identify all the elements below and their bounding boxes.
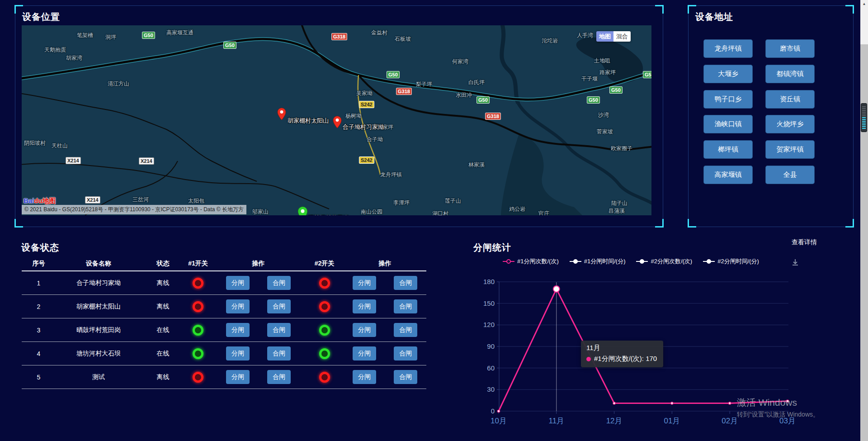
map-type-map-button[interactable]: 地图 xyxy=(596,31,613,42)
road-badge: X214 xyxy=(66,157,81,164)
addr-button-5[interactable]: 鸭子口乡 xyxy=(703,90,753,109)
open-switch1-button[interactable]: 分闸 xyxy=(226,323,250,337)
svg-text:150: 150 xyxy=(483,299,495,307)
close-switch2-button[interactable]: 合闸 xyxy=(394,370,417,384)
cell-operation2: 分闸合闸 xyxy=(344,276,426,290)
close-switch2-button[interactable]: 合闸 xyxy=(394,346,417,360)
legend-item-2[interactable]: #1分闸时间/(分) xyxy=(570,257,626,266)
map-place-label: 天鹅抱蛋 xyxy=(44,46,66,54)
switch2-indicator xyxy=(319,348,330,359)
road-badge: G50 xyxy=(476,96,490,104)
map-place-label: 吴家坳 xyxy=(356,90,373,97)
switch2-indicator xyxy=(319,301,330,312)
addr-button-4[interactable]: 都镇湾镇 xyxy=(765,65,815,83)
download-icon[interactable] xyxy=(791,258,800,267)
close-switch2-button[interactable]: 合闸 xyxy=(394,323,417,337)
table-row: 5测试离线分闸合闸分闸合闸 xyxy=(22,365,426,389)
addr-button-7[interactable]: 渔峡口镇 xyxy=(703,115,753,133)
view-details-link[interactable]: 查看详情 xyxy=(792,238,817,247)
open-switch1-button[interactable]: 分闸 xyxy=(226,276,250,290)
close-switch1-button[interactable]: 合闸 xyxy=(267,370,291,384)
addr-button-3[interactable]: 大堰乡 xyxy=(703,65,753,83)
switch1-indicator xyxy=(193,325,203,336)
addr-button-1[interactable]: 龙舟坪镇 xyxy=(703,39,753,58)
map-marker-label: 胡家棚村太阳山 xyxy=(288,117,329,125)
map-place-label: 石板坡 xyxy=(395,35,411,43)
switch2-indicator xyxy=(319,372,330,383)
open-switch1-button[interactable]: 分闸 xyxy=(226,370,250,384)
close-switch1-button[interactable]: 合闸 xyxy=(267,323,291,337)
table-header-row: 序号设备名称状态#1开关操作#2开关操作 xyxy=(22,257,426,271)
tooltip-series-value: #1分闸次数/(次): 170 xyxy=(594,355,657,363)
svg-text:90: 90 xyxy=(487,342,495,350)
close-switch1-button[interactable]: 合闸 xyxy=(267,299,291,313)
cell-switch2 xyxy=(305,372,344,383)
switch2-indicator xyxy=(319,325,330,336)
map-type-hybrid-button[interactable]: 混合 xyxy=(613,31,631,42)
map-place-label: 路家坪 xyxy=(599,69,616,76)
table-row: 3晒鼓坪村荒田岗在线分闸合闸分闸合闸 xyxy=(22,318,426,342)
map-place-label: 胡家湾 xyxy=(66,54,82,62)
addr-button-8[interactable]: 火烧坪乡 xyxy=(765,115,815,133)
map-marker-offline[interactable] xyxy=(333,116,342,130)
corner-decoration xyxy=(655,219,664,228)
addr-button-10[interactable]: 贺家坪镇 xyxy=(765,140,815,159)
cell-no: 1 xyxy=(22,280,56,287)
cell-status: 在线 xyxy=(142,326,184,334)
scroll-indicator-widget[interactable] xyxy=(861,103,867,132)
open-switch1-button[interactable]: 分闸 xyxy=(226,346,250,360)
tooltip-value-row: #1分闸次数/(次): 170 xyxy=(586,355,657,363)
svg-text:11月: 11月 xyxy=(548,417,564,425)
addr-button-6[interactable]: 资丘镇 xyxy=(765,90,815,109)
tooltip-month: 11月 xyxy=(586,344,657,352)
legend-item-3[interactable]: #2分闸次数/(次) xyxy=(636,257,692,266)
map-place-label: 水田冲 xyxy=(456,91,472,99)
map-place-label: 南山公园 xyxy=(361,208,382,215)
table-header-cell: 状态 xyxy=(142,260,184,268)
map-attribution: © 2021 Baidu - GS(2019)5218号 - 甲测资字11009… xyxy=(22,205,246,214)
cell-operation1: 分闸合闸 xyxy=(212,276,305,290)
corner-decoration xyxy=(14,5,23,14)
page-scrollbar[interactable]: ▲ xyxy=(860,0,868,441)
map-marker-label: 晒鼓坪村荒田岗 xyxy=(308,214,349,215)
cell-device-name: 测试 xyxy=(56,373,142,381)
addr-button-12[interactable]: 全县 xyxy=(765,166,815,184)
open-switch1-button[interactable]: 分闸 xyxy=(226,299,250,313)
addr-button-2[interactable]: 磨市镇 xyxy=(765,39,815,58)
map-place-label: 天柱山 xyxy=(52,142,68,150)
table-row: 1合子坳村习家坳离线分闸合闸分闸合闸 xyxy=(22,271,426,295)
table-header-cell: 操作 xyxy=(212,260,305,268)
open-switch2-button[interactable]: 分闸 xyxy=(353,346,376,360)
map-place-label: 笔架槽 xyxy=(77,32,93,39)
map-marker-online[interactable] xyxy=(297,206,308,215)
table-row: 4塘坊河村大石坝在线分闸合闸分闸合闸 xyxy=(22,342,426,365)
baidu-map[interactable]: 笔架槽洞坪高家堰互通天鹅抱蛋胡家湾金益村石板坡沱坨岩人手湾土地咀路家坪干子堰何家… xyxy=(22,25,651,215)
map-marker-offline[interactable] xyxy=(277,108,286,122)
open-switch2-button[interactable]: 分闸 xyxy=(353,299,376,313)
legend-item-4[interactable]: #2分闸时间/(分) xyxy=(703,257,759,266)
close-switch1-button[interactable]: 合闸 xyxy=(267,346,291,360)
cell-status: 离线 xyxy=(142,279,184,287)
open-switch2-button[interactable]: 分闸 xyxy=(353,276,376,290)
map-place-label: 林家溪 xyxy=(468,161,485,169)
open-switch2-button[interactable]: 分闸 xyxy=(353,323,376,337)
map-place-label: 官庄 xyxy=(538,210,549,215)
map-place-label: 欧家圈子 xyxy=(611,145,632,152)
close-switch1-button[interactable]: 合闸 xyxy=(267,276,291,290)
legend-label: #1分闸次数/(次) xyxy=(517,257,559,266)
map-place-label: 清江方山 xyxy=(108,80,129,88)
addr-button-11[interactable]: 高家堰镇 xyxy=(703,166,753,184)
close-switch2-button[interactable]: 合闸 xyxy=(394,299,417,313)
map-place-label: 干子堰 xyxy=(581,75,598,83)
close-switch2-button[interactable]: 合闸 xyxy=(394,276,417,290)
addr-button-9[interactable]: 榔坪镇 xyxy=(703,140,753,159)
scrollbar-track[interactable] xyxy=(860,0,868,44)
map-place-label: 太阳包 xyxy=(188,197,204,205)
map-place-label: 陆子山 xyxy=(611,199,627,207)
open-switch2-button[interactable]: 分闸 xyxy=(353,370,376,384)
device-status-table: 序号设备名称状态#1开关操作#2开关操作1合子坳村习家坳离线分闸合闸分闸合闸2胡… xyxy=(22,257,426,389)
road-badge: G50 xyxy=(387,71,400,78)
map-type-control: 地图 混合 xyxy=(596,31,631,42)
scrollbar-up-arrow[interactable]: ▲ xyxy=(860,2,868,6)
legend-item-1[interactable]: #1分闸次数/(次) xyxy=(503,257,559,266)
